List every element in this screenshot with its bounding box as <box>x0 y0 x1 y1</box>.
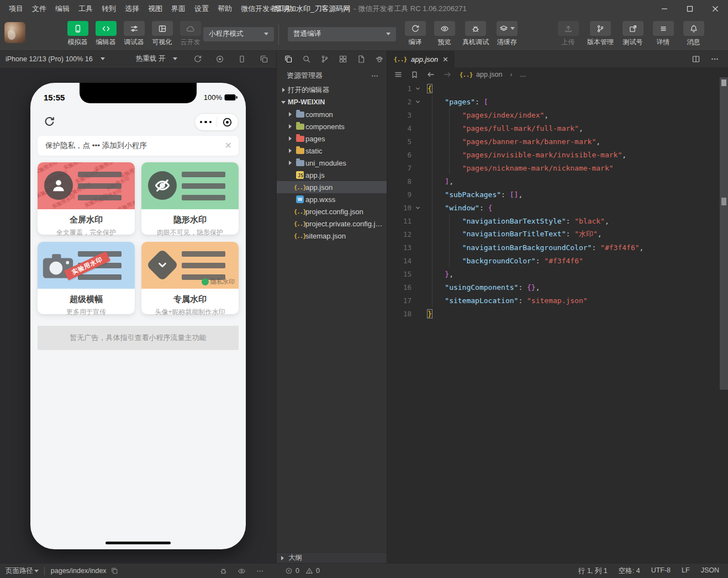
file-item-static[interactable]: static <box>277 145 387 157</box>
file-item-sitemap.json[interactable]: {..}sitemap.json <box>277 230 387 242</box>
fold-chevron-icon[interactable] <box>412 86 424 92</box>
tree-root-mp-weixin[interactable]: MP-WEIXIN <box>277 96 387 108</box>
file-item-app.json[interactable]: {..}app.json <box>277 181 387 193</box>
menu-帮助[interactable]: 帮助 <box>213 2 236 16</box>
more-dots-icon[interactable] <box>195 121 217 124</box>
record-icon[interactable] <box>215 55 224 63</box>
toolbar-button-清缓存[interactable]: 清缓存 <box>494 21 519 47</box>
code-line-16[interactable]: 16 "usingComponents": {}, <box>387 280 719 294</box>
problems-status[interactable]: 0 0 <box>276 567 387 575</box>
more-icon[interactable] <box>256 567 264 575</box>
refresh-icon[interactable] <box>44 116 55 130</box>
more-icon[interactable] <box>371 72 379 80</box>
encoding[interactable]: UTF-8 <box>651 566 671 576</box>
code-line-3[interactable]: 3 "pages/index/index", <box>387 108 719 121</box>
code-line-8[interactable]: 8 ], <box>387 174 719 188</box>
toolbar-button-上传[interactable]: 上传 <box>556 21 581 47</box>
hot-reload-toggle[interactable]: 热重载 开 <box>136 54 177 63</box>
compile-mode-dropdown[interactable]: 普通编译 <box>288 27 396 41</box>
menu-编辑[interactable]: 编辑 <box>51 2 74 16</box>
user-avatar[interactable] <box>4 22 25 43</box>
file-item-components[interactable]: components <box>277 120 387 132</box>
tab-app-json[interactable]: {..} app.json <box>387 51 455 67</box>
file-item-app.js[interactable]: JSapp.js <box>277 169 387 181</box>
toolbar-button-调试器[interactable]: 调试器 <box>122 21 146 47</box>
code-line-7[interactable]: 7 "pages/nickname-mark/nickname-mark" <box>387 161 719 174</box>
indent-setting[interactable]: 空格: 4 <box>619 566 640 576</box>
close-button[interactable] <box>703 0 728 18</box>
scrollbar-thumb[interactable] <box>721 79 726 86</box>
toolbar-button-模拟器[interactable]: 模拟器 <box>65 21 90 47</box>
code-line-1[interactable]: 1{ <box>387 82 719 95</box>
mode-dropdown[interactable]: 小程序模式 <box>203 27 274 41</box>
watermark-card-隐形水印[interactable]: 隐形水印肉眼不可见，隐形保护 <box>141 162 239 235</box>
file-item-pages[interactable]: pages <box>277 132 387 145</box>
menu-视图[interactable]: 视图 <box>144 2 167 16</box>
ad-placeholder[interactable]: 暂无广告，具体指引查看小程序流量主功能 <box>38 326 239 350</box>
code-line-5[interactable]: 5 "pages/banner-mark/banner-mark", <box>387 135 719 148</box>
code-editor[interactable]: 1{2 "pages": [3 "pages/index/index",4 "p… <box>387 82 719 320</box>
multi-window-icon[interactable] <box>260 55 268 63</box>
menu-项目[interactable]: 项目 <box>4 2 28 16</box>
close-target-icon[interactable] <box>217 117 239 128</box>
menu-设置[interactable]: 设置 <box>190 2 213 16</box>
weapp-plugin-icon[interactable] <box>375 55 384 63</box>
close-icon[interactable]: ✕ <box>225 141 232 150</box>
toolbar-button-可视化[interactable]: 可视化 <box>150 21 175 47</box>
close-tab-icon[interactable] <box>442 56 449 63</box>
more-icon[interactable] <box>710 55 719 63</box>
outline-list-icon[interactable] <box>394 70 403 79</box>
menu-界面[interactable]: 界面 <box>167 2 190 16</box>
file-item-app.wxss[interactable]: Wapp.wxss <box>277 193 387 205</box>
code-line-15[interactable]: 15 }, <box>387 267 719 280</box>
toolbar-button-预览[interactable]: 预览 <box>432 21 457 47</box>
editor-scrollbar[interactable] <box>720 77 728 390</box>
toolbar-button-版本管理[interactable]: 版本管理 <box>586 21 615 47</box>
menu-选择[interactable]: 选择 <box>120 2 144 16</box>
outline-section[interactable]: 大纲 <box>277 552 387 563</box>
code-line-2[interactable]: 2 "pages": [ <box>387 95 719 108</box>
watermark-card-超级横幅[interactable]: 实验用水印超级横幅更多用于宣传 <box>38 242 135 314</box>
code-line-4[interactable]: 4 "pages/full-mark/full-mark", <box>387 121 719 135</box>
code-line-10[interactable]: 10 "window": { <box>387 201 719 214</box>
file-item-common[interactable]: common <box>277 108 387 120</box>
toolbar-button-编辑器[interactable]: 编辑器 <box>93 21 118 47</box>
menu-转到[interactable]: 转到 <box>97 2 120 16</box>
cursor-position[interactable]: 行 1, 列 1 <box>578 566 608 576</box>
eol-setting[interactable]: LF <box>682 566 690 576</box>
watermark-card-专属水印[interactable]: 隐私水印专属水印头像+昵称就能制作水印 <box>141 242 239 314</box>
extensions-icon[interactable] <box>339 55 347 63</box>
copy-path-icon[interactable] <box>110 567 118 575</box>
code-line-6[interactable]: 6 "pages/invisible-mark/invisible-mark", <box>387 148 719 161</box>
fold-chevron-icon[interactable] <box>412 99 424 105</box>
breadcrumb-more[interactable]: ... <box>520 71 526 78</box>
toolbar-button-测试号[interactable]: 测试号 <box>620 21 645 47</box>
fold-chevron-icon[interactable] <box>412 205 424 211</box>
minimize-button[interactable] <box>652 0 677 18</box>
breadcrumb-file[interactable]: {..} app.json <box>460 71 502 78</box>
file-item-uni_modules[interactable]: uni_modules <box>277 157 387 169</box>
file-item-project.config.json[interactable]: {..}project.config.json <box>277 205 387 218</box>
npm-scripts-icon[interactable] <box>357 55 366 63</box>
debug-icon[interactable] <box>219 567 228 575</box>
language-mode[interactable]: JSON <box>701 566 719 576</box>
rotate-device-icon[interactable] <box>193 55 202 63</box>
code-line-17[interactable]: 17 "sitemapLocation": "sitemap.json" <box>387 294 719 307</box>
mini-program-capsule[interactable] <box>194 113 239 131</box>
toolbar-button-消息[interactable]: 消息 <box>681 21 706 47</box>
bookmark-icon[interactable] <box>410 71 419 79</box>
eye-icon[interactable] <box>238 567 246 575</box>
code-line-12[interactable]: 12 "navigationBarTitleText": "水印", <box>387 227 719 241</box>
navigate-forward-icon[interactable] <box>443 70 452 79</box>
menu-工具[interactable]: 工具 <box>74 2 97 16</box>
device-selector[interactable]: iPhone 12/13 (Pro) 100% 16 <box>6 55 105 63</box>
file-item-project.private.config.js...[interactable]: {..}project.private.config.js... <box>277 218 387 230</box>
toolbar-button-云开发[interactable]: 云开发 <box>178 21 203 47</box>
split-editor-icon[interactable] <box>692 55 700 63</box>
maximize-button[interactable] <box>677 0 703 18</box>
code-line-11[interactable]: 11 "navigationBarTextStyle": "black", <box>387 214 719 227</box>
menu-文件[interactable]: 文件 <box>28 2 51 16</box>
page-path-dropdown[interactable]: 页面路径 <box>6 566 39 576</box>
navigate-back-icon[interactable] <box>426 70 435 79</box>
search-icon[interactable] <box>302 55 311 63</box>
